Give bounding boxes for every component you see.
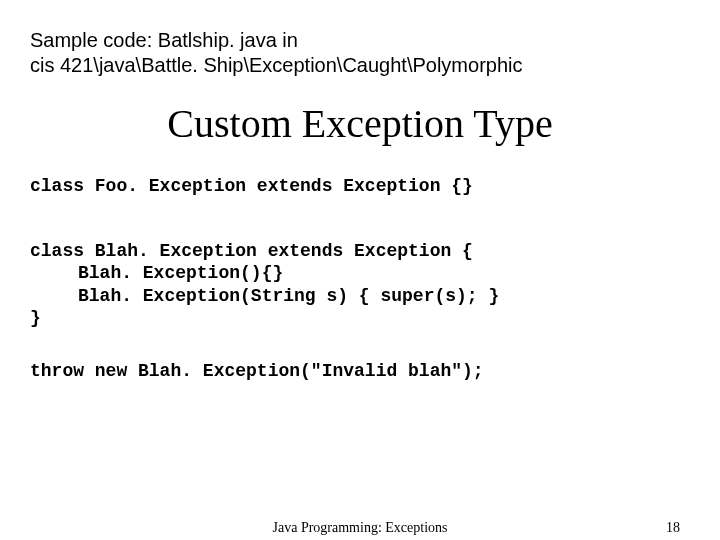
footer-center-text: Java Programming: Exceptions [273, 520, 448, 536]
code-line: class Blah. Exception extends Exception … [30, 240, 690, 263]
code-line: Blah. Exception(){} [30, 262, 690, 285]
code-line: Blah. Exception(String s) { super(s); } [30, 285, 690, 308]
sample-code-header: Sample code: Batlship. java in cis 421\j… [0, 0, 720, 78]
code-line: throw new Blah. Exception("Invalid blah"… [30, 360, 690, 383]
slide-title: Custom Exception Type [0, 100, 720, 147]
header-line-2: cis 421\java\Battle. Ship\Exception\Caug… [30, 53, 690, 78]
code-area: class Foo. Exception extends Exception {… [0, 175, 720, 382]
code-line: } [30, 307, 690, 330]
code-line: class Foo. Exception extends Exception {… [30, 175, 690, 198]
header-line-1: Sample code: Batlship. java in [30, 28, 690, 53]
footer-page-number: 18 [666, 520, 680, 536]
